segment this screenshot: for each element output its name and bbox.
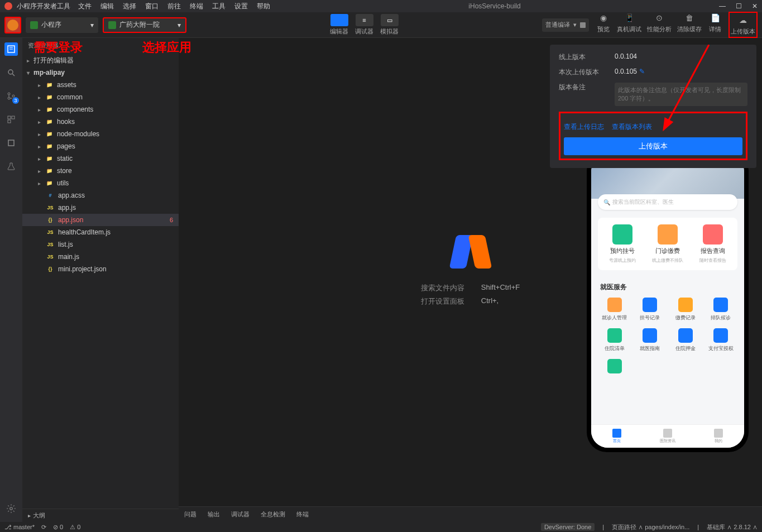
folder-row[interactable]: ▸📁assets bbox=[22, 79, 179, 91]
minimize-button[interactable]: — bbox=[719, 2, 726, 10]
flask-icon[interactable] bbox=[4, 160, 18, 173]
login-avatar[interactable] bbox=[4, 17, 21, 33]
sync-icon[interactable]: ⟳ bbox=[41, 524, 46, 531]
folder-name: utils bbox=[57, 179, 69, 187]
open-editors-header[interactable]: ▸打开的编辑器 bbox=[22, 54, 179, 66]
app-type-dropdown[interactable]: 小程序 ▾ bbox=[26, 17, 98, 33]
devserver-status[interactable]: DevServer: Done bbox=[541, 523, 595, 531]
file-name: main.js bbox=[58, 253, 79, 261]
explorer-icon[interactable] bbox=[4, 42, 18, 56]
panel-tab[interactable]: 调试器 bbox=[231, 510, 250, 519]
compile-mode-dropdown[interactable]: 普通编译 ▾ bbox=[542, 18, 589, 32]
sim-grid-item[interactable]: 排队候诊 bbox=[705, 298, 738, 322]
sim-grid-item[interactable]: 缴费记录 bbox=[669, 298, 702, 322]
sim-grid-item[interactable]: 挂号记录 bbox=[634, 298, 667, 322]
sim-big-item[interactable]: 门诊缴费线上缴费不排队 bbox=[652, 224, 683, 263]
svg-rect-6 bbox=[8, 116, 11, 119]
sim-big-sub: 线上缴费不排队 bbox=[652, 257, 683, 263]
toolbar-action[interactable]: ◉预览 bbox=[596, 12, 611, 38]
git-branch[interactable]: ⎇ master* bbox=[4, 524, 35, 531]
panel-tab[interactable]: 全息检测 bbox=[261, 510, 285, 519]
sim-tab-icon bbox=[663, 429, 672, 438]
view-log-link[interactable]: 查看上传日志 bbox=[564, 122, 604, 132]
menu-item[interactable]: 帮助 bbox=[257, 2, 270, 11]
sim-big-item[interactable]: 预约挂号号源线上预约 bbox=[609, 224, 636, 263]
edit-version-icon[interactable]: ✎ bbox=[639, 68, 645, 77]
sim-tab-label: 医院资讯 bbox=[660, 438, 675, 444]
menu-item[interactable]: 设置 bbox=[234, 2, 248, 11]
panel-tab[interactable]: 输出 bbox=[208, 510, 220, 519]
menu-item[interactable]: 文件 bbox=[78, 2, 92, 11]
file-row[interactable]: JSlist.js bbox=[22, 238, 179, 251]
note-textarea[interactable] bbox=[615, 83, 747, 106]
menu-item[interactable]: 选择 bbox=[123, 2, 136, 11]
sim-search-bar[interactable]: 🔍搜索当前院区科室、医生 bbox=[598, 194, 737, 210]
error-count[interactable]: ⊘ 0 bbox=[53, 524, 63, 531]
folder-name: components bbox=[57, 106, 93, 113]
folder-row[interactable]: ▸📁utils bbox=[22, 177, 179, 189]
root-label: mp-alipay bbox=[33, 69, 65, 76]
panel-tab[interactable]: 问题 bbox=[184, 510, 197, 519]
view-tab[interactable]: 编辑器 bbox=[330, 14, 348, 36]
folder-row[interactable]: ▸📁static bbox=[22, 152, 179, 165]
file-row[interactable]: {}app.json6 bbox=[22, 214, 179, 226]
sim-tab[interactable]: 医院资讯 bbox=[642, 425, 693, 448]
toolbar-action[interactable]: 📱真机调试 bbox=[617, 12, 641, 38]
outline-header[interactable]: ▸大纲 bbox=[22, 509, 179, 522]
file-row[interactable]: JSapp.js bbox=[22, 202, 179, 214]
maximize-button[interactable]: ☐ bbox=[736, 2, 742, 10]
sim-tab[interactable]: 首页 bbox=[591, 425, 642, 448]
menu-item[interactable]: 终端 bbox=[190, 2, 203, 11]
sim-grid-icon bbox=[643, 328, 657, 343]
toolbar-action-icon: 📄 bbox=[707, 12, 723, 24]
chevron-right-icon: ▸ bbox=[38, 168, 45, 174]
sim-big-item[interactable]: 报告查询随时查看报告 bbox=[699, 224, 726, 263]
folder-name: static bbox=[57, 155, 73, 162]
file-row[interactable]: JSmain.js bbox=[22, 251, 179, 263]
menu-item[interactable]: 编辑 bbox=[100, 2, 114, 11]
app-select-dropdown[interactable]: 广药大附一院 ▾ bbox=[103, 17, 186, 33]
sim-grid-item[interactable]: 支付宝授权 bbox=[705, 328, 738, 352]
close-button[interactable]: ✕ bbox=[752, 2, 758, 10]
sim-tab[interactable]: 我的 bbox=[693, 425, 744, 448]
toolbar-action[interactable]: 🗑清除缓存 bbox=[677, 12, 702, 38]
folder-row[interactable]: ▸📁pages bbox=[22, 140, 179, 152]
file-row[interactable]: JShealthCardItem.js bbox=[22, 226, 179, 238]
warning-count[interactable]: ⚠ 0 bbox=[70, 524, 80, 531]
view-list-link[interactable]: 查看版本列表 bbox=[612, 122, 652, 132]
page-route[interactable]: 页面路径 ∧ pages/index/in... bbox=[612, 523, 689, 531]
menu-item[interactable]: 工具 bbox=[212, 2, 226, 11]
toolbar-action[interactable]: ☁上传版本 bbox=[731, 14, 755, 36]
upload-highlight-box: 查看上传日志 查看版本列表 上传版本 bbox=[559, 112, 747, 160]
sim-grid-item[interactable]: 就医指南 bbox=[634, 328, 667, 352]
npm-icon[interactable] bbox=[4, 136, 18, 150]
view-tab[interactable]: ▭模拟器 bbox=[380, 14, 399, 36]
sim-grid-item[interactable] bbox=[598, 359, 631, 376]
toolbar-right: 普通编译 ▾ ◉预览📱真机调试⊙性能分析🗑清除缓存📄详情☁上传版本 bbox=[542, 12, 758, 38]
toolbar-action-icon: ◉ bbox=[596, 12, 611, 24]
upload-button[interactable]: 上传版本 bbox=[564, 137, 742, 155]
folder-row[interactable]: ▸📁hooks bbox=[22, 116, 179, 128]
upload-panel: 线上版本0.0.104 本次上传版本0.0.105✎ 版本备注 查看上传日志 查… bbox=[550, 45, 756, 168]
sim-grid-item[interactable]: 住院押金 bbox=[669, 328, 702, 352]
sim-grid-item[interactable]: 住院清单 bbox=[598, 328, 631, 352]
settings-icon[interactable] bbox=[4, 502, 18, 515]
toolbar-action[interactable]: ⊙性能分析 bbox=[647, 12, 672, 38]
menu-item[interactable]: 窗口 bbox=[145, 2, 159, 11]
folder-row[interactable]: ▸📁node-modules bbox=[22, 128, 179, 140]
folder-row[interactable]: ▸📁components bbox=[22, 103, 179, 116]
file-row[interactable]: #app.acss bbox=[22, 189, 179, 202]
sim-grid-item[interactable]: 就诊人管理 bbox=[598, 298, 631, 322]
search-icon[interactable] bbox=[4, 66, 18, 79]
file-row[interactable]: {}mini.project.json bbox=[22, 263, 179, 275]
source-control-icon[interactable]: 3 bbox=[4, 89, 18, 103]
root-folder[interactable]: ▾mp-alipay bbox=[22, 66, 179, 79]
base-lib[interactable]: 基础库 ∧ 2.8.12 ∧ bbox=[707, 523, 758, 531]
panel-tab[interactable]: 终端 bbox=[296, 510, 309, 519]
menu-item[interactable]: 前往 bbox=[167, 2, 181, 11]
toolbar-action[interactable]: 📄详情 bbox=[707, 12, 723, 38]
folder-row[interactable]: ▸📁common bbox=[22, 91, 179, 103]
view-tab[interactable]: ≡调试器 bbox=[355, 14, 373, 36]
folder-row[interactable]: ▸📁store bbox=[22, 165, 179, 177]
extensions-icon[interactable] bbox=[4, 113, 18, 126]
